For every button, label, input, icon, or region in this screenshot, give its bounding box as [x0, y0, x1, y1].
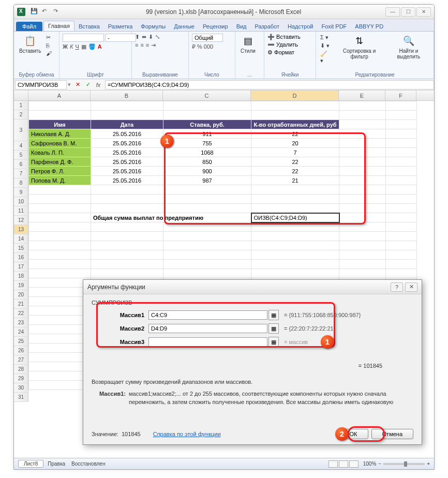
row-header[interactable]: 10: [14, 197, 28, 206]
row-header[interactable]: 24: [14, 327, 28, 337]
row-header[interactable]: 29: [14, 374, 28, 383]
format-cells-button[interactable]: ⚙ Формат: [267, 49, 294, 56]
sort-filter-button[interactable]: ⇅ Сортировка и фильтр: [334, 34, 384, 61]
tab-layout[interactable]: Разметка: [104, 22, 137, 31]
tab-home[interactable]: Главная: [43, 21, 74, 31]
row-header[interactable]: 1: [14, 101, 28, 110]
fx-icon[interactable]: fx: [94, 80, 103, 89]
fill-icon[interactable]: ⬇ ▾: [319, 42, 332, 50]
cell[interactable]: 900: [163, 167, 251, 176]
tab-formulas[interactable]: Формулы: [137, 22, 170, 31]
row-header[interactable]: 14: [14, 234, 28, 244]
cancel-formula-icon[interactable]: ✕: [73, 80, 82, 89]
cell[interactable]: 850: [163, 157, 251, 167]
cell[interactable]: 25.05.2016: [91, 157, 163, 167]
row-header[interactable]: 5: [14, 151, 28, 160]
cell[interactable]: 21: [251, 176, 339, 185]
enter-formula-icon[interactable]: ✓: [83, 80, 93, 89]
tab-file[interactable]: Файл: [16, 22, 42, 31]
row-header[interactable]: 30: [14, 383, 28, 393]
cell[interactable]: 22: [251, 129, 339, 139]
formula-input[interactable]: =СУММПРОИЗВ(C4:C9;D4:D9): [105, 80, 434, 89]
col-header-f[interactable]: F: [385, 91, 416, 100]
cell[interactable]: Парфенов Д. Ф.: [29, 157, 91, 167]
col-header-c[interactable]: C: [163, 91, 251, 100]
copy-icon[interactable]: ⎘: [45, 42, 53, 49]
zoom-in-icon[interactable]: +: [427, 461, 430, 467]
format-painter-icon[interactable]: 🖌: [45, 50, 53, 57]
align-center-icon[interactable]: ≡: [140, 42, 143, 49]
align-middle-icon[interactable]: ⬌: [142, 34, 146, 40]
cell[interactable]: 1068: [163, 148, 251, 157]
comma-icon[interactable]: 000: [204, 43, 213, 50]
row-header[interactable]: 20: [14, 290, 28, 300]
help-link[interactable]: Справка по этой функции: [153, 431, 221, 437]
row-header[interactable]: 3: [14, 119, 28, 141]
arg3-input[interactable]: [148, 337, 267, 347]
row-header[interactable]: 6: [14, 160, 28, 169]
save-icon[interactable]: 💾: [31, 8, 39, 16]
tab-foxit[interactable]: Foxit PDF: [317, 22, 351, 31]
insert-cells-button[interactable]: ➕ Вставить: [267, 34, 301, 40]
align-left-icon[interactable]: ≡: [135, 42, 138, 49]
cell[interactable]: 25.05.2016: [91, 167, 163, 176]
ok-button[interactable]: ОК: [339, 429, 368, 439]
row-header[interactable]: 26: [14, 346, 28, 355]
active-cell[interactable]: ОИЗВ(C4:C9;D4:D9): [251, 213, 339, 222]
cell[interactable]: 25.05.2016: [91, 176, 163, 185]
cell[interactable]: 911: [163, 129, 251, 139]
cell[interactable]: 755: [163, 139, 251, 148]
row-header[interactable]: 25: [14, 337, 28, 346]
cell[interactable]: Коваль Л. П.: [29, 148, 91, 157]
tab-review[interactable]: Рецензир: [199, 22, 232, 31]
indent-icon[interactable]: ⇥: [151, 42, 156, 49]
cell[interactable]: 22: [251, 167, 339, 176]
tab-insert[interactable]: Вставка: [74, 22, 104, 31]
cell[interactable]: Попова М. Д.: [29, 176, 91, 185]
name-box[interactable]: СУММПРОИЗВ: [15, 80, 67, 89]
col-header-e[interactable]: E: [339, 91, 385, 100]
percent-icon[interactable]: %: [197, 43, 202, 50]
row-header[interactable]: 4: [14, 141, 28, 151]
col-header-b[interactable]: B: [91, 91, 163, 100]
font-size-combo[interactable]: -: [105, 34, 136, 42]
row-header[interactable]: 27: [14, 355, 28, 365]
row-header[interactable]: 31: [14, 393, 28, 402]
cancel-button[interactable]: Отмена: [371, 429, 413, 439]
minimize-button[interactable]: —: [385, 7, 400, 17]
autosum-icon[interactable]: Σ ▾: [319, 34, 332, 41]
range-picker-icon[interactable]: ▦: [268, 323, 279, 334]
cut-icon[interactable]: ✂: [45, 34, 53, 41]
styles-button[interactable]: ▤ Стили: [238, 34, 258, 55]
row-header[interactable]: 23: [14, 318, 28, 327]
align-bottom-icon[interactable]: ⬇: [148, 34, 153, 40]
total-label[interactable]: Общая сумма выплат по предприятию: [91, 213, 251, 222]
dialog-close-button[interactable]: ✕: [405, 282, 417, 292]
cell[interactable]: 987: [163, 176, 251, 185]
dialog-help-button[interactable]: ?: [391, 282, 403, 292]
row-header[interactable]: 8: [14, 178, 28, 188]
arg2-input[interactable]: [148, 324, 267, 333]
align-top-icon[interactable]: ⬆: [135, 34, 140, 40]
sheet-tab[interactable]: Лист8: [18, 460, 43, 468]
tab-data[interactable]: Данные: [170, 22, 199, 31]
row-header[interactable]: 28: [14, 365, 28, 374]
row-header[interactable]: 22: [14, 309, 28, 318]
view-pagebreak-icon[interactable]: [349, 460, 359, 468]
font-name-combo[interactable]: [63, 34, 104, 42]
underline-icon[interactable]: Ч: [75, 43, 79, 50]
cell[interactable]: 25.05.2016: [91, 148, 163, 157]
row-header[interactable]: 7: [14, 169, 28, 178]
select-all-corner[interactable]: [14, 91, 28, 100]
cell[interactable]: 22: [251, 157, 339, 167]
number-format-combo[interactable]: Общий: [192, 34, 223, 42]
row-header[interactable]: 19: [14, 281, 28, 290]
row-header[interactable]: 12: [14, 216, 28, 225]
row-header[interactable]: 11: [14, 206, 28, 216]
arg1-input[interactable]: [148, 310, 267, 320]
zoom-slider[interactable]: [383, 463, 425, 465]
clear-icon[interactable]: 🧹 ▾: [319, 50, 332, 65]
row-header[interactable]: 9: [14, 188, 28, 197]
zoom-out-icon[interactable]: −: [378, 461, 381, 467]
view-layout-icon[interactable]: [339, 460, 348, 468]
